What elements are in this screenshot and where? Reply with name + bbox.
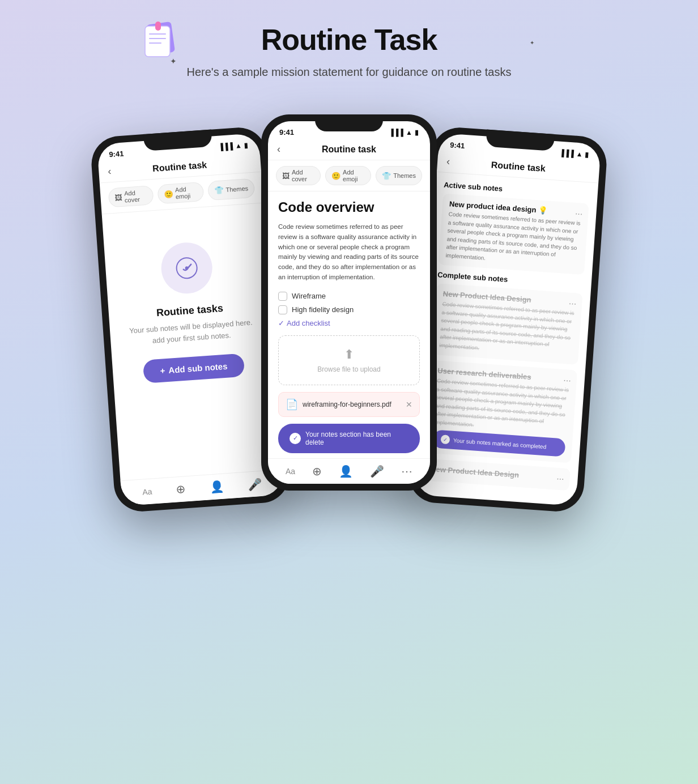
nav-title-right: Routine task — [459, 157, 577, 176]
add-emoji-label-c: Add emoji — [343, 169, 365, 182]
image-icon: 🖼 — [114, 193, 122, 202]
themes-icon-c: 👕 — [382, 172, 391, 180]
check-icon: ✓ — [278, 319, 284, 327]
themes-icon: 👕 — [214, 186, 224, 195]
checkbox-2[interactable] — [278, 305, 287, 314]
complete-note-2-body: Code review sometimes referred to as pee… — [434, 377, 569, 436]
add-cover-btn-center[interactable]: 🖼 Add cover — [276, 166, 321, 185]
toast-check-icon: ✓ — [290, 433, 301, 444]
star-decoration-2: ✦ — [530, 40, 534, 46]
more-menu-complete-3[interactable]: ··· — [556, 474, 565, 484]
themes-btn-center[interactable]: 👕 Themes — [376, 166, 422, 185]
themes-btn-left[interactable]: 👕 Themes — [207, 178, 255, 201]
phone-center: 9:41 ▐▐▐ ▲ ▮ ‹ Routine task 🖼 Add cover … — [261, 114, 437, 491]
mic-icon-left[interactable]: 🎤 — [248, 477, 263, 492]
completed-toast-icon: ✓ — [440, 434, 450, 444]
bottom-bar-left: Aa ⊕ 👤 🎤 — [121, 469, 284, 506]
empty-desc: Your sub notes will be displayed here. a… — [126, 317, 256, 348]
add-cover-label: Add cover — [124, 189, 148, 204]
battery-icon-r: ▮ — [585, 150, 589, 158]
mic-icon-center[interactable]: 🎤 — [370, 465, 384, 478]
add-cover-btn-left[interactable]: 🖼 Add cover — [108, 185, 154, 207]
empty-state: Routine tasks Your sub notes will be dis… — [102, 203, 278, 420]
add-cover-label-c: Add cover — [292, 169, 314, 182]
add-emoji-btn-center[interactable]: 🙂 Add emoji — [325, 166, 371, 185]
add-checklist-label: Add checklist — [287, 319, 330, 327]
signal-icon: ▐▐▐ — [218, 142, 233, 151]
nav-title-left: Routine task — [121, 157, 239, 176]
active-note-1-body: Code review sometimes referred to as pee… — [445, 210, 581, 269]
empty-icon — [160, 241, 214, 295]
checklist-item-2: High fidelity design — [278, 305, 420, 314]
upload-icon: ⬆ — [290, 347, 408, 362]
phone-screen-center: 9:41 ▐▐▐ ▲ ▮ ‹ Routine task 🖼 Add cover … — [268, 121, 430, 484]
add-sub-notes-button[interactable]: + Add sub notes — [142, 353, 245, 384]
note-body: Code review sometimes referred to as pee… — [278, 222, 420, 283]
page-subtitle: Here's a sample mission statement for gu… — [187, 63, 512, 80]
add-checklist-btn[interactable]: ✓ Add checklist — [278, 319, 420, 327]
status-time-center: 9:41 — [279, 128, 294, 137]
svg-rect-5 — [155, 22, 161, 31]
add-emoji-label: Add emoji — [175, 185, 198, 201]
back-button-center[interactable]: ‹ — [277, 143, 291, 155]
more-menu-complete-1[interactable]: ··· — [568, 298, 577, 309]
wifi-icon-c: ▲ — [406, 129, 412, 137]
file-item: 📄 wireframing-for-beginners.pdf ✕ — [278, 392, 420, 417]
completed-toast-message: Your sub notes marked as completed — [453, 437, 547, 449]
status-time-left: 9:41 — [109, 150, 124, 159]
plus-icon: + — [160, 365, 165, 376]
svg-rect-1 — [145, 26, 170, 57]
phone-notch-center — [315, 114, 383, 131]
upload-area[interactable]: ⬆ Browse file to upload — [278, 335, 420, 385]
wifi-icon: ▲ — [235, 141, 242, 150]
complete-note-2: User research deliverables Code review s… — [425, 360, 577, 463]
complete-note-1-body: Code review sometimes referred to as pee… — [439, 300, 574, 359]
phone-screen-left: 9:41 ▐▐▐ ▲ ▮ ‹ Routine task 🖼 Add cover — [97, 133, 284, 506]
file-close-btn[interactable]: ✕ — [406, 400, 412, 409]
emoji-icon: 🙂 — [164, 189, 173, 198]
checkbox-1[interactable] — [278, 292, 287, 301]
star-decoration-1: ✦ — [170, 57, 177, 66]
more-menu-active-1[interactable]: ··· — [574, 208, 583, 219]
complete-note-3-title: New Product Idea Design — [431, 465, 563, 482]
phone3-content: Active sub notes New product idea design… — [414, 172, 598, 506]
person-icon-left[interactable]: 👤 — [209, 480, 224, 495]
person-icon-center[interactable]: 👤 — [339, 465, 353, 478]
empty-title: Routine tasks — [156, 302, 223, 319]
nav-bar-center: ‹ Routine task — [268, 139, 430, 160]
checklist-label-1: Wireframe — [292, 292, 326, 300]
phone-screen-right: 9:41 ▐▐▐ ▲ ▮ ‹ Routine task Active sub n… — [414, 133, 601, 506]
add-emoji-btn-left[interactable]: 🙂 Add emoji — [157, 182, 204, 204]
status-icons-center: ▐▐▐ ▲ ▮ — [389, 129, 419, 137]
battery-icon-c: ▮ — [415, 129, 419, 137]
bottom-bar-center: Aa ⊕ 👤 🎤 ⋯ — [268, 458, 430, 484]
phones-container: 9:41 ▐▐▐ ▲ ▮ ‹ Routine task 🖼 Add cover — [103, 114, 595, 508]
status-time-right: 9:41 — [450, 140, 465, 150]
add-sub-notes-label: Add sub notes — [168, 361, 228, 375]
wifi-icon-r: ▲ — [576, 150, 583, 158]
note-title: Code overview — [278, 199, 420, 215]
phone-right: 9:41 ▐▐▐ ▲ ▮ ‹ Routine task Active sub n… — [407, 126, 608, 513]
signal-icon-c: ▐▐▐ — [389, 129, 404, 137]
phone2-content: Code overview Code review sometimes refe… — [268, 191, 430, 484]
add-icon-left[interactable]: ⊕ — [176, 482, 186, 496]
complete-note-1: New Product Idea Design Code review some… — [432, 283, 582, 365]
back-button-right[interactable]: ‹ — [446, 156, 460, 169]
more-icon-center[interactable]: ⋯ — [401, 465, 412, 478]
file-name: wireframing-for-beginners.pdf — [303, 400, 401, 408]
back-button-left[interactable]: ‹ — [108, 165, 122, 178]
signal-icon-r: ▐▐▐ — [559, 148, 574, 157]
active-note-1: New product idea design 💡 Code review so… — [438, 194, 589, 275]
delete-toast: ✓ Your notes section has been delete — [278, 424, 420, 453]
pdf-icon: 📄 — [286, 398, 298, 411]
page-header: ✦ ✦ Routine Task Here's a sample mission… — [187, 23, 512, 80]
complete-note-3: New Product Idea Design ··· — [423, 458, 571, 491]
themes-label-c: Themes — [393, 172, 416, 179]
checklist-item-1: Wireframe — [278, 292, 420, 301]
status-icons-right: ▐▐▐ ▲ ▮ — [559, 148, 589, 159]
image-icon-c: 🖼 — [282, 172, 290, 180]
add-icon-center[interactable]: ⊕ — [312, 465, 322, 478]
app-logo — [136, 17, 181, 62]
more-menu-complete-2[interactable]: ··· — [563, 375, 572, 386]
emoji-icon-c: 🙂 — [331, 172, 341, 180]
